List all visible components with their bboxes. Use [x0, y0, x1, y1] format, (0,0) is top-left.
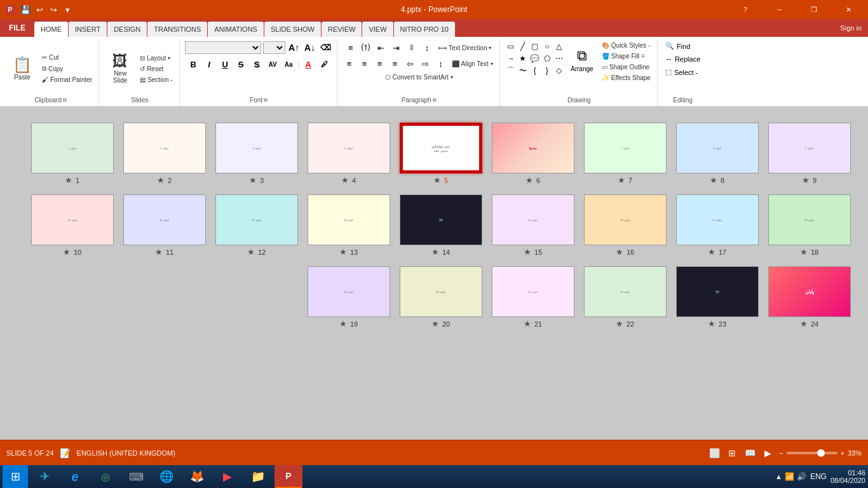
- slide-item[interactable]: اسلاید 17★17: [671, 191, 763, 260]
- slide-star-icon[interactable]: ★: [526, 175, 533, 185]
- clipboard-expand-icon[interactable]: ⧉: [63, 97, 67, 104]
- shape-star[interactable]: ★: [517, 53, 529, 64]
- bold-btn[interactable]: B: [186, 57, 200, 71]
- convert-smartart-btn[interactable]: ⬡ Convert to SmartArt ▾: [383, 72, 456, 82]
- tab-file[interactable]: FILE: [0, 19, 34, 37]
- char-spacing-btn[interactable]: AV: [266, 57, 280, 71]
- increase-indent-btn[interactable]: ⇥: [390, 41, 403, 55]
- slideshow-icon[interactable]: ▶: [761, 447, 774, 459]
- increase-font-btn[interactable]: A↑: [287, 41, 301, 55]
- shape-triangle[interactable]: △: [553, 41, 565, 52]
- slide-sorter-icon[interactable]: ⊞: [726, 447, 738, 459]
- slide-star-icon[interactable]: ★: [431, 247, 439, 257]
- zoom-thumb[interactable]: [817, 449, 825, 457]
- para-expand-icon[interactable]: ⧉: [433, 97, 437, 104]
- slide-item[interactable]: اسلاید 13★13: [302, 191, 395, 260]
- close-btn[interactable]: ✕: [834, 0, 863, 19]
- shape-pentagon[interactable]: ⬠: [541, 53, 553, 64]
- zoom-in-icon[interactable]: +: [841, 449, 844, 457]
- slide-item[interactable]: اسلاید 7★7: [579, 119, 671, 188]
- slide-star-icon[interactable]: ★: [616, 247, 623, 257]
- shape-brace[interactable]: }: [541, 65, 553, 76]
- text-direction-btn[interactable]: ⟺ Text Direction ▾: [435, 43, 494, 53]
- tab-transitions[interactable]: TRANSITIONS: [147, 22, 207, 37]
- ltr-btn[interactable]: ⇨: [419, 57, 433, 71]
- slide-item[interactable]: اسلاید 19★19: [302, 263, 395, 332]
- taskbar-powerpoint[interactable]: P: [275, 465, 302, 488]
- taskbar-files[interactable]: 📁: [244, 465, 272, 488]
- slide-item[interactable]: اسلاید 21★21: [487, 263, 579, 332]
- tray-expand[interactable]: ▲: [775, 473, 782, 480]
- undo-quick-btn[interactable]: ↩: [33, 3, 46, 16]
- minimize-btn[interactable]: ─: [765, 0, 794, 19]
- arrange-btn[interactable]: ⧉ Arrange: [566, 41, 598, 79]
- redo-quick-btn[interactable]: ↪: [47, 3, 60, 16]
- select-btn[interactable]: ⬚ Select -: [663, 67, 700, 78]
- tab-animations[interactable]: ANIMATIONS: [208, 22, 264, 37]
- shape-outline-btn[interactable]: ▭ Shape Outline: [599, 62, 653, 72]
- quick-styles-btn[interactable]: 🎨 Quick Styles -: [599, 41, 653, 50]
- shape-fill-btn[interactable]: 🪣 Shape Fill =: [599, 51, 653, 61]
- slide-star-icon[interactable]: ★: [708, 319, 715, 329]
- slide-star-icon[interactable]: ★: [249, 175, 257, 185]
- normal-view-icon[interactable]: ⬜: [708, 447, 721, 459]
- shape-effects-btn[interactable]: ✨ Effects Shape: [599, 73, 653, 83]
- customize-quick-btn[interactable]: ▾: [61, 3, 74, 16]
- decrease-indent-btn[interactable]: ⇤: [374, 41, 388, 55]
- slide-star-icon[interactable]: ★: [524, 319, 531, 329]
- windows-start-btn[interactable]: ⊞: [3, 465, 28, 488]
- slide-item[interactable]: متن نوشتاریمحتوای اسلاید★5: [395, 119, 487, 188]
- slide-item[interactable]: 📷★14: [395, 191, 487, 260]
- shape-diamond[interactable]: ◇: [553, 65, 565, 76]
- justify-btn[interactable]: ≡: [388, 57, 402, 71]
- new-slide-btn[interactable]: 🖼 New Slide: [104, 48, 136, 89]
- clear-format-btn[interactable]: ⌫: [319, 41, 333, 55]
- slide-item[interactable]: اسلاید 11★11: [118, 191, 210, 260]
- slide-star-icon[interactable]: ★: [157, 175, 165, 185]
- slide-star-icon[interactable]: ★: [710, 175, 717, 185]
- notes-icon[interactable]: 📝: [59, 447, 72, 459]
- change-case-btn[interactable]: Aa: [281, 57, 295, 71]
- reading-view-icon[interactable]: 📖: [743, 447, 756, 459]
- format-painter-btn[interactable]: 🖌 Format Painter: [39, 75, 95, 85]
- shape-rect[interactable]: ▭: [505, 41, 517, 52]
- shape-oval[interactable]: ○: [541, 41, 553, 52]
- shape-connector[interactable]: ⌒: [505, 65, 517, 76]
- taskbar-browser2[interactable]: ◎: [92, 465, 119, 488]
- rtl-btn[interactable]: ⇦: [403, 57, 417, 71]
- slide-star-icon[interactable]: ★: [618, 175, 625, 185]
- slide-star-icon[interactable]: ★: [708, 247, 715, 257]
- taskbar-ie[interactable]: e: [61, 465, 89, 488]
- font-expand-icon[interactable]: ⧉: [264, 97, 268, 104]
- line-spacing-btn[interactable]: ↕: [420, 41, 434, 55]
- align-text-btn[interactable]: ⬛ Align Text ▾: [449, 59, 496, 69]
- font-highlight-btn[interactable]: 🖊: [317, 57, 331, 71]
- slide-item[interactable]: 📷★23: [671, 263, 763, 332]
- cut-btn[interactable]: ✂ Cut: [39, 53, 95, 62]
- slide-item[interactable]: اسلاید 10★10: [26, 191, 118, 260]
- italic-btn[interactable]: I: [202, 57, 216, 71]
- slide-star-icon[interactable]: ★: [433, 175, 441, 185]
- find-btn[interactable]: 🔍 Find: [663, 41, 693, 51]
- slide-star-icon[interactable]: ★: [524, 247, 531, 257]
- sign-in-btn[interactable]: Sign in: [834, 19, 868, 37]
- replace-btn[interactable]: ↔ Replace: [663, 54, 703, 64]
- shape-arrow[interactable]: →: [505, 53, 517, 64]
- section-btn[interactable]: ▤ Section -: [137, 75, 175, 85]
- restore-btn[interactable]: ❐: [799, 0, 829, 19]
- slide-star-icon[interactable]: ★: [65, 175, 72, 185]
- strikethrough-btn[interactable]: S: [234, 57, 248, 71]
- slide-star-icon[interactable]: ★: [63, 247, 71, 257]
- slide-star-icon[interactable]: ★: [155, 247, 163, 257]
- slide-star-icon[interactable]: ★: [800, 319, 808, 329]
- slide-item[interactable]: اسلاید 20★20: [395, 263, 487, 332]
- slide-item[interactable]: اسلاید 16★16: [579, 191, 671, 260]
- shape-rounded-rect[interactable]: ▢: [529, 41, 541, 52]
- tab-design[interactable]: DESIGN: [107, 22, 147, 37]
- slide-item[interactable]: اسلاید 4★4: [302, 119, 395, 188]
- bullets-btn[interactable]: ≡: [344, 41, 358, 55]
- slide-star-icon[interactable]: ★: [431, 319, 439, 329]
- shape-callout[interactable]: 💬: [529, 53, 541, 64]
- tab-insert[interactable]: INSERT: [69, 22, 107, 37]
- align-center-btn[interactable]: ≡: [358, 57, 372, 71]
